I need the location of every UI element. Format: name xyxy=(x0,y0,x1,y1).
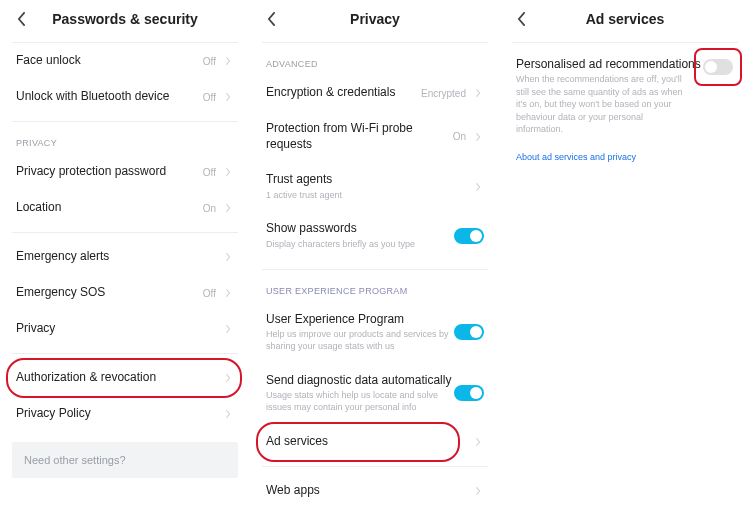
web-apps-row[interactable]: Web apps xyxy=(250,473,500,506)
chevron-right-icon xyxy=(222,287,234,299)
privacy-protection-password-row[interactable]: Privacy protection password Off xyxy=(0,154,250,190)
uep-row[interactable]: User Experience Program Help us improve … xyxy=(250,302,500,363)
row-label: Privacy protection password xyxy=(16,164,203,180)
chevron-right-icon xyxy=(222,408,234,420)
row-label: Protection from Wi-Fi probe requests xyxy=(266,121,453,152)
header: Privacy xyxy=(250,0,500,42)
row-label: Trust agents xyxy=(266,172,472,188)
uep-toggle[interactable] xyxy=(454,324,484,340)
divider xyxy=(12,232,238,233)
row-sub: Display characters briefly as you type xyxy=(266,239,454,251)
chevron-right-icon xyxy=(222,91,234,103)
chevron-right-icon xyxy=(472,87,484,99)
back-button[interactable] xyxy=(12,10,30,28)
row-label: Emergency SOS xyxy=(16,285,203,301)
privacy-row[interactable]: Privacy xyxy=(0,311,250,347)
section-privacy-label: PRIVACY xyxy=(0,122,250,154)
row-value: Off xyxy=(203,288,216,299)
chevron-right-icon xyxy=(222,166,234,178)
row-sub: Help us improve our products and service… xyxy=(266,329,454,352)
divider xyxy=(262,466,488,467)
show-passwords-row[interactable]: Show passwords Display characters briefl… xyxy=(250,211,500,260)
back-button[interactable] xyxy=(512,10,530,28)
chevron-right-icon xyxy=(472,436,484,448)
row-sub: 1 active trust agent xyxy=(266,190,472,202)
page-title: Passwords & security xyxy=(30,11,220,27)
chevron-left-icon xyxy=(517,12,526,26)
personalised-ads-toggle[interactable] xyxy=(703,59,733,75)
row-label: Unlock with Bluetooth device xyxy=(16,89,203,105)
chevron-left-icon xyxy=(267,12,276,26)
back-button[interactable] xyxy=(262,10,280,28)
row-label: Show passwords xyxy=(266,221,454,237)
face-unlock-row[interactable]: Face unlock Off xyxy=(0,43,250,79)
chevron-right-icon xyxy=(222,372,234,384)
chevron-right-icon xyxy=(472,181,484,193)
row-label: Encryption & credentials xyxy=(266,85,421,101)
chevron-right-icon xyxy=(222,202,234,214)
row-label: Face unlock xyxy=(16,53,203,69)
footer-search[interactable]: Need other settings? xyxy=(12,442,238,478)
row-value: Off xyxy=(203,92,216,103)
row-label: Send diagnostic data automatically xyxy=(266,373,454,389)
row-value: Off xyxy=(203,167,216,178)
page-title: Ad services xyxy=(530,11,720,27)
section-advanced-label: ADVANCED xyxy=(250,43,500,75)
privacy-panel: Privacy ADVANCED Encryption & credential… xyxy=(250,0,500,506)
emergency-sos-row[interactable]: Emergency SOS Off xyxy=(0,275,250,311)
header: Ad services xyxy=(500,0,750,42)
row-value: Encrypted xyxy=(421,88,466,99)
ad-services-row[interactable]: Ad services xyxy=(250,424,500,460)
row-label: Privacy Policy xyxy=(16,406,222,422)
chevron-right-icon xyxy=(222,55,234,67)
encryption-row[interactable]: Encryption & credentials Encrypted xyxy=(250,75,500,111)
trust-agents-row[interactable]: Trust agents 1 active trust agent xyxy=(250,162,500,211)
page-title: Privacy xyxy=(280,11,470,27)
bluetooth-unlock-row[interactable]: Unlock with Bluetooth device Off xyxy=(0,79,250,115)
emergency-alerts-row[interactable]: Emergency alerts xyxy=(0,239,250,275)
row-label: Web apps xyxy=(266,483,472,499)
row-label: Authorization & revocation xyxy=(16,370,222,386)
row-sub: Usage stats which help us locate and sol… xyxy=(266,390,454,413)
header: Passwords & security xyxy=(0,0,250,42)
row-label: Privacy xyxy=(16,321,222,337)
chevron-right-icon xyxy=(222,323,234,335)
passwords-security-panel: Passwords & security Face unlock Off Unl… xyxy=(0,0,250,506)
row-value: On xyxy=(203,203,216,214)
divider xyxy=(12,353,238,354)
show-passwords-toggle[interactable] xyxy=(454,228,484,244)
row-value: Off xyxy=(203,56,216,67)
location-row[interactable]: Location On xyxy=(0,190,250,226)
row-label: Emergency alerts xyxy=(16,249,222,265)
diagnostic-row[interactable]: Send diagnostic data automatically Usage… xyxy=(250,363,500,424)
row-label: Ad services xyxy=(266,434,472,450)
diagnostic-toggle[interactable] xyxy=(454,385,484,401)
row-label: Location xyxy=(16,200,203,216)
about-ad-services-link[interactable]: About ad services and privacy xyxy=(500,146,750,168)
row-value: On xyxy=(453,131,466,142)
privacy-policy-row[interactable]: Privacy Policy xyxy=(0,396,250,432)
chevron-left-icon xyxy=(17,12,26,26)
row-label: User Experience Program xyxy=(266,312,454,328)
chevron-right-icon xyxy=(472,485,484,497)
wifi-probe-row[interactable]: Protection from Wi-Fi probe requests On xyxy=(250,111,500,162)
chevron-right-icon xyxy=(472,131,484,143)
section-uep-label: USER EXPERIENCE PROGRAM xyxy=(250,270,500,302)
chevron-right-icon xyxy=(222,251,234,263)
authorization-revocation-row[interactable]: Authorization & revocation xyxy=(0,360,250,396)
ad-services-panel: Ad services Personalised ad recommendati… xyxy=(500,0,750,506)
